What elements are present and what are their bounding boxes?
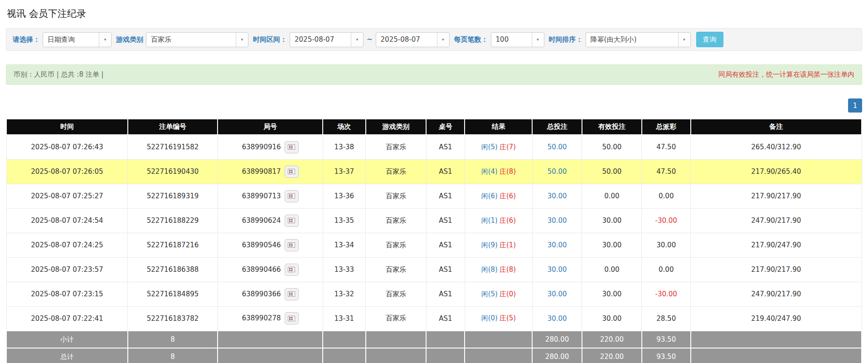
cell-valid-bet: 0.00 bbox=[582, 184, 642, 208]
roadmap-icon-button[interactable] bbox=[285, 239, 299, 251]
cell-round-id: 638990916 bbox=[218, 135, 323, 159]
cell-time: 2025-08-07 07:25:27 bbox=[6, 184, 128, 208]
currency-total-text: 币别：人民币 | 总共 :8 注单 | bbox=[14, 70, 104, 79]
total-bet-link[interactable]: 30.00 bbox=[548, 216, 567, 225]
cell-time: 2025-08-07 07:26:05 bbox=[6, 159, 128, 184]
chevron-down-icon: ▼ bbox=[441, 38, 445, 42]
page-size-combobox[interactable]: 100 ▼ bbox=[491, 32, 544, 47]
subtotal-valid-bet: 220.00 bbox=[582, 331, 642, 348]
cell-game-type: 百家乐 bbox=[366, 135, 427, 159]
page-size-value[interactable]: 100 bbox=[491, 33, 532, 47]
total-label: 总计 bbox=[6, 348, 128, 363]
player-result: 闲(4) bbox=[481, 167, 498, 176]
select-type-label: 请选择： bbox=[13, 35, 40, 44]
roadmap-icon-button[interactable] bbox=[285, 190, 299, 202]
cell-bet-id: 522716191582 bbox=[128, 135, 218, 159]
roadmap-icon bbox=[288, 144, 295, 150]
round-id-text: 638990817 bbox=[242, 167, 281, 176]
cell-session: 13-32 bbox=[323, 282, 365, 306]
time-sort-dropdown-button[interactable]: ▼ bbox=[678, 33, 690, 47]
date-from-combobox[interactable]: 2025-08-07 ▼ bbox=[290, 32, 364, 47]
cell-game-type: 百家乐 bbox=[366, 184, 427, 208]
table-row: 2025-08-07 07:24:25 522716187216 6389905… bbox=[6, 233, 862, 257]
cell-result: 闲(5)庄(0) bbox=[465, 282, 532, 306]
cell-bet-id: 522716184895 bbox=[128, 282, 218, 306]
page-1-button[interactable]: 1 bbox=[848, 98, 862, 113]
roadmap-icon-button[interactable] bbox=[285, 264, 299, 276]
roadmap-icon-button[interactable] bbox=[285, 166, 299, 178]
total-bet-link[interactable]: 30.00 bbox=[548, 290, 567, 298]
total-bet-link[interactable]: 30.00 bbox=[548, 241, 567, 249]
roadmap-icon bbox=[288, 218, 295, 223]
query-type-combobox[interactable]: 日期查询 ▼ bbox=[43, 32, 112, 47]
round-id-text: 638990278 bbox=[242, 314, 281, 322]
roadmap-icon-button[interactable] bbox=[285, 288, 299, 300]
query-type-dropdown-button[interactable]: ▼ bbox=[99, 33, 111, 47]
total-bet-link[interactable]: 30.00 bbox=[548, 192, 567, 200]
cell-bet-id: 522716188229 bbox=[128, 208, 218, 233]
cell-time: 2025-08-07 07:24:25 bbox=[6, 233, 128, 257]
page-size-dropdown-button[interactable]: ▼ bbox=[532, 33, 544, 47]
date-from-value[interactable]: 2025-08-07 bbox=[290, 33, 351, 47]
total-bet-link[interactable]: 30.00 bbox=[548, 265, 567, 274]
total-count: 8 bbox=[128, 348, 218, 363]
chevron-down-icon: ▼ bbox=[355, 38, 359, 42]
total-bet-link[interactable]: 30.00 bbox=[548, 314, 567, 323]
cell-round-id: 638990546 bbox=[218, 233, 323, 257]
cell-total-bet: 50.00 bbox=[532, 159, 582, 184]
col-header-result: 结果 bbox=[465, 119, 532, 135]
date-to-value[interactable]: 2025-08-07 bbox=[376, 33, 437, 47]
game-type-dropdown-button[interactable]: ▼ bbox=[236, 33, 248, 47]
date-from-dropdown-button[interactable]: ▼ bbox=[351, 33, 363, 47]
game-type-combobox[interactable]: 百家乐 ▼ bbox=[146, 32, 248, 47]
query-type-value[interactable]: 日期查询 bbox=[43, 33, 99, 47]
table-footer: 小计 8 280.00 220.00 93.50 总计 8 280.00 220… bbox=[6, 331, 862, 363]
banker-result: 庄(5) bbox=[499, 314, 516, 322]
cell-total-bet: 30.00 bbox=[532, 257, 582, 282]
col-header-payout: 总派彩 bbox=[642, 119, 691, 135]
col-header-game-type: 游戏类别 bbox=[366, 119, 427, 135]
cell-session: 13-37 bbox=[323, 159, 365, 184]
date-to-combobox[interactable]: 2025-08-07 ▼ bbox=[376, 32, 450, 47]
roadmap-icon-button[interactable] bbox=[285, 141, 299, 153]
cell-payout: 28.50 bbox=[642, 306, 691, 331]
roadmap-icon-button[interactable] bbox=[285, 312, 299, 324]
round-id-text: 638990713 bbox=[242, 192, 281, 200]
col-header-time: 时间 bbox=[6, 119, 128, 135]
cell-remark: 217.90/217.90 bbox=[691, 184, 862, 208]
cell-payout: 0.00 bbox=[642, 184, 691, 208]
col-header-valid-bet: 有效投注 bbox=[582, 119, 642, 135]
time-sort-value[interactable]: 降幂(由大到小) bbox=[586, 33, 678, 47]
banker-result: 庄(7) bbox=[499, 143, 516, 151]
time-sort-combobox[interactable]: 降幂(由大到小) ▼ bbox=[586, 32, 691, 47]
cell-total-bet: 30.00 bbox=[532, 233, 582, 257]
cell-payout: -30.00 bbox=[642, 282, 691, 306]
cell-table-no: AS1 bbox=[426, 257, 465, 282]
roadmap-icon-button[interactable] bbox=[285, 215, 299, 227]
cell-time: 2025-08-07 07:24:54 bbox=[6, 208, 128, 233]
cell-result: 闲(4)庄(8) bbox=[465, 159, 532, 184]
roadmap-icon bbox=[288, 291, 295, 297]
total-bet-link[interactable]: 50.00 bbox=[548, 167, 567, 176]
cell-payout: 47.50 bbox=[642, 135, 691, 159]
date-to-dropdown-button[interactable]: ▼ bbox=[437, 33, 449, 47]
cell-valid-bet: 30.00 bbox=[582, 233, 642, 257]
col-header-session: 场次 bbox=[323, 119, 365, 135]
chevron-down-icon: ▼ bbox=[536, 38, 540, 42]
cell-remark: 217.90/247.90 bbox=[691, 233, 862, 257]
cell-total-bet: 30.00 bbox=[532, 282, 582, 306]
cell-round-id: 638990278 bbox=[218, 306, 323, 331]
cell-valid-bet: 30.00 bbox=[582, 306, 642, 331]
cell-time: 2025-08-07 07:23:57 bbox=[6, 257, 128, 282]
cell-round-id: 638990817 bbox=[218, 159, 323, 184]
cell-game-type: 百家乐 bbox=[366, 306, 427, 331]
player-result: 闲(5) bbox=[481, 143, 498, 151]
page-title: 视讯 会员下注纪录 bbox=[7, 7, 862, 20]
chevron-down-icon: ▼ bbox=[683, 38, 686, 42]
table-row: 2025-08-07 07:23:15 522716184895 6389903… bbox=[6, 282, 862, 306]
game-type-value[interactable]: 百家乐 bbox=[146, 33, 236, 47]
cell-game-type: 百家乐 bbox=[366, 208, 427, 233]
total-bet-link[interactable]: 50.00 bbox=[548, 143, 567, 151]
cell-valid-bet: 50.00 bbox=[582, 159, 642, 184]
search-button[interactable]: 查询 bbox=[696, 32, 723, 47]
